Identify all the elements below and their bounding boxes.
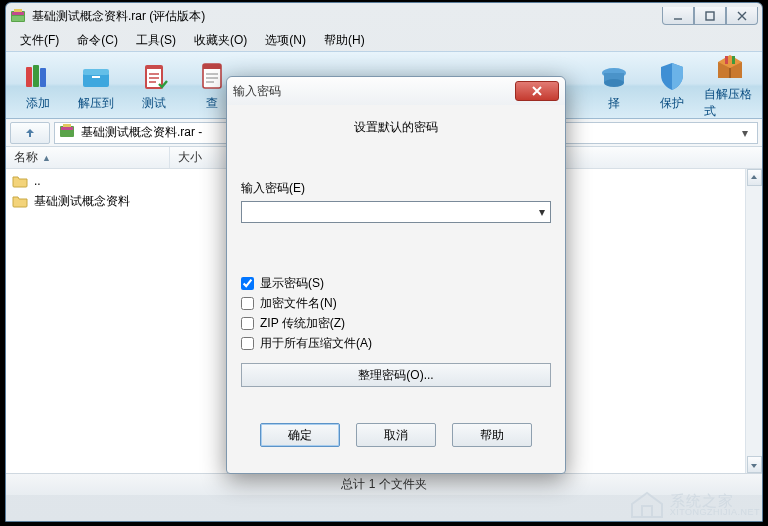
ok-button[interactable]: 确定 <box>260 423 340 447</box>
window-buttons <box>662 7 758 25</box>
minimize-button[interactable] <box>662 7 694 25</box>
list-row-up-label: .. <box>34 174 41 188</box>
password-input[interactable] <box>242 202 534 222</box>
menu-tools[interactable]: 工具(S) <box>130 30 182 51</box>
scroll-up-button[interactable] <box>747 169 762 186</box>
svg-rect-2 <box>12 16 24 21</box>
toolbar-protect[interactable]: 保护 <box>646 54 698 116</box>
show-password-option[interactable]: 显示密码(S) <box>241 273 551 293</box>
svg-rect-14 <box>203 64 221 69</box>
menubar: 文件(F) 命令(C) 工具(S) 收藏夹(O) 选项(N) 帮助(H) <box>6 29 762 51</box>
watermark-text-1: 系统之家 <box>670 493 760 508</box>
menu-command[interactable]: 命令(C) <box>71 30 124 51</box>
svg-rect-4 <box>706 12 714 20</box>
toolbar-test-label: 测试 <box>142 95 166 112</box>
password-dropdown-icon[interactable]: ▾ <box>534 202 550 222</box>
menu-favorites[interactable]: 收藏夹(O) <box>188 30 253 51</box>
menu-options[interactable]: 选项(N) <box>259 30 312 51</box>
menu-file[interactable]: 文件(F) <box>14 30 65 51</box>
svg-rect-5 <box>26 67 32 87</box>
password-label: 输入密码(E) <box>241 180 551 197</box>
svg-rect-3 <box>14 9 22 12</box>
books-icon <box>21 59 55 93</box>
clipboard-icon <box>137 59 171 93</box>
scrollbar[interactable] <box>745 169 762 473</box>
svg-rect-7 <box>40 68 46 87</box>
scroll-down-button[interactable] <box>747 456 762 473</box>
watermark-logo-icon <box>630 490 664 520</box>
package-icon <box>713 50 747 84</box>
toolbar-test[interactable]: 测试 <box>128 54 180 116</box>
status-text: 总计 1 个文件夹 <box>341 476 426 493</box>
up-button[interactable] <box>10 122 50 144</box>
toolbar-extract-label: 解压到 <box>78 95 114 112</box>
toolbar-protect-label: 保护 <box>660 95 684 112</box>
col-name[interactable]: 名称▲ <box>6 147 170 168</box>
archive-icon <box>59 123 75 142</box>
svg-rect-1 <box>12 12 24 15</box>
zip-legacy-option[interactable]: ZIP 传统加密(Z) <box>241 313 551 333</box>
app-icon <box>10 8 26 24</box>
svg-rect-8 <box>83 73 109 87</box>
cancel-button[interactable]: 取消 <box>356 423 436 447</box>
svg-rect-10 <box>92 76 100 78</box>
sort-asc-icon: ▲ <box>42 153 51 163</box>
for-all-checkbox[interactable] <box>241 337 254 350</box>
organize-passwords-button[interactable]: 整理密码(O)... <box>241 363 551 387</box>
svg-rect-9 <box>83 69 109 75</box>
toolbar-view-label: 查 <box>206 95 218 112</box>
svg-rect-6 <box>33 65 39 87</box>
password-dialog: 输入密码 设置默认的密码 输入密码(E) ▾ 显示密码(S) 加密文件名(N) … <box>226 76 566 474</box>
encrypt-names-option[interactable]: 加密文件名(N) <box>241 293 551 313</box>
watermark: 系统之家 XITONGZHIJIA.NET <box>630 490 760 520</box>
svg-rect-19 <box>725 56 728 64</box>
show-password-checkbox[interactable] <box>241 277 254 290</box>
toolbar-add[interactable]: 添加 <box>12 54 64 116</box>
close-button[interactable] <box>726 7 758 25</box>
menu-help[interactable]: 帮助(H) <box>318 30 371 51</box>
for-all-option[interactable]: 用于所有压缩文件(A) <box>241 333 551 353</box>
titlebar: 基础测试概念资料.rar (评估版本) <box>6 3 762 29</box>
svg-rect-24 <box>642 506 652 517</box>
dialog-close-button[interactable] <box>515 81 559 101</box>
dialog-titlebar: 输入密码 <box>227 77 565 105</box>
folder-icon <box>12 193 28 209</box>
address-text: 基础测试概念资料.rar - <box>81 124 202 141</box>
toolbar-sfx-label: 自解压格式 <box>704 86 756 120</box>
toolbar-add-label: 添加 <box>26 95 50 112</box>
svg-point-17 <box>604 79 624 87</box>
maximize-button[interactable] <box>694 7 726 25</box>
drawer-icon <box>79 59 113 93</box>
toolbar-opt[interactable]: 择 <box>588 54 640 116</box>
list-row-folder-label: 基础测试概念资料 <box>34 193 130 210</box>
dialog-subtitle: 设置默认的密码 <box>241 119 551 136</box>
col-size[interactable]: 大小 <box>170 147 230 168</box>
svg-rect-22 <box>61 127 73 130</box>
notebook-icon <box>195 59 229 93</box>
svg-rect-20 <box>732 56 735 64</box>
shield-icon <box>655 59 689 93</box>
dialog-title: 输入密码 <box>233 83 515 100</box>
toolbar-sfx[interactable]: 自解压格式 <box>704 54 756 116</box>
svg-rect-23 <box>63 124 71 127</box>
cap-icon <box>597 59 631 93</box>
folder-up-icon <box>12 173 28 189</box>
help-button[interactable]: 帮助 <box>452 423 532 447</box>
chevron-down-icon[interactable]: ▾ <box>737 126 753 140</box>
toolbar-opt-label: 择 <box>608 95 620 112</box>
zip-legacy-checkbox[interactable] <box>241 317 254 330</box>
encrypt-names-checkbox[interactable] <box>241 297 254 310</box>
watermark-text-2: XITONGZHIJIA.NET <box>670 508 760 517</box>
password-field[interactable]: ▾ <box>241 201 551 223</box>
window-title: 基础测试概念资料.rar (评估版本) <box>32 8 662 25</box>
toolbar-extract[interactable]: 解压到 <box>70 54 122 116</box>
